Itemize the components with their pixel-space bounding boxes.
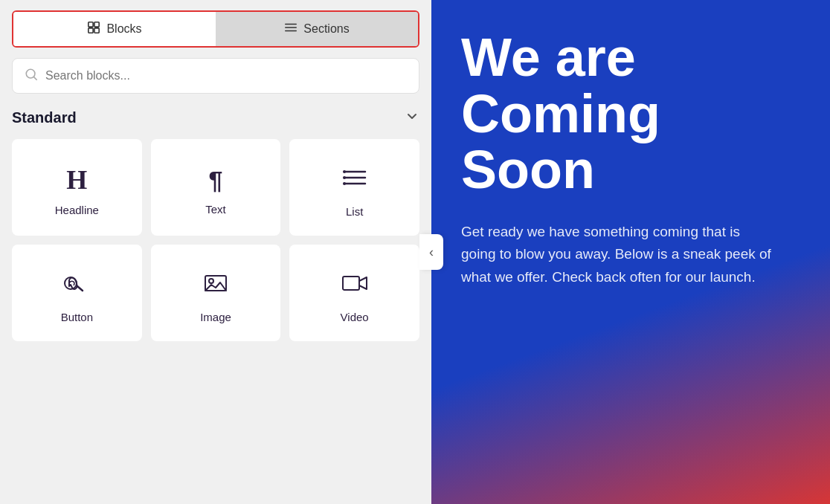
headline-icon: H (66, 167, 87, 193)
list-icon (341, 164, 368, 195)
block-item-text[interactable]: ¶ Text (151, 139, 281, 236)
block-item-button[interactable]: Button (12, 245, 142, 341)
tab-sections-label: Sections (303, 22, 349, 36)
svg-rect-0 (89, 22, 93, 27)
svg-point-18 (209, 279, 213, 283)
video-icon (341, 270, 368, 300)
section-title: Standard (12, 109, 77, 126)
block-item-headline[interactable]: H Headline (12, 139, 142, 236)
search-icon (25, 68, 38, 84)
tab-sections[interactable]: Sections (216, 12, 418, 46)
svg-rect-1 (94, 22, 99, 27)
block-label-text: Text (205, 203, 226, 216)
hero-description: Get ready we have something coming that … (461, 221, 773, 288)
block-label-button: Button (61, 311, 93, 323)
svg-point-15 (343, 182, 346, 185)
svg-rect-3 (94, 28, 99, 33)
search-box (12, 58, 419, 94)
text-icon: ¶ (209, 167, 223, 193)
button-icon (63, 270, 90, 300)
svg-rect-2 (89, 28, 93, 33)
search-container (12, 58, 419, 94)
svg-point-14 (343, 176, 346, 179)
section-header: Standard (12, 109, 419, 127)
hero-title: We are Coming Soon (461, 30, 800, 198)
left-panel: Blocks Sections Sta (0, 0, 431, 504)
right-panel: We are Coming Soon Get ready we have som… (431, 0, 830, 504)
block-item-video[interactable]: Video (289, 245, 419, 341)
block-label-image: Image (200, 311, 231, 323)
block-item-list[interactable]: List (289, 139, 419, 236)
chevron-down-icon[interactable] (405, 109, 419, 127)
block-label-video: Video (341, 311, 369, 323)
svg-rect-19 (343, 277, 359, 290)
blocks-grid: H Headline ¶ Text List (12, 139, 419, 341)
search-input[interactable] (45, 69, 407, 83)
svg-point-13 (343, 170, 346, 173)
sections-icon (284, 21, 297, 37)
tab-blocks[interactable]: Blocks (13, 12, 216, 46)
chevron-left-icon: ‹ (429, 245, 434, 260)
blocks-icon (87, 21, 100, 37)
image-icon (202, 270, 229, 300)
block-label-headline: Headline (55, 204, 99, 216)
collapse-panel-button[interactable]: ‹ (419, 234, 443, 270)
block-item-image[interactable]: Image (151, 245, 281, 341)
tabs-container: Blocks Sections (12, 10, 419, 48)
svg-line-9 (34, 77, 37, 80)
tab-blocks-label: Blocks (106, 22, 141, 36)
block-label-list: List (346, 205, 363, 218)
